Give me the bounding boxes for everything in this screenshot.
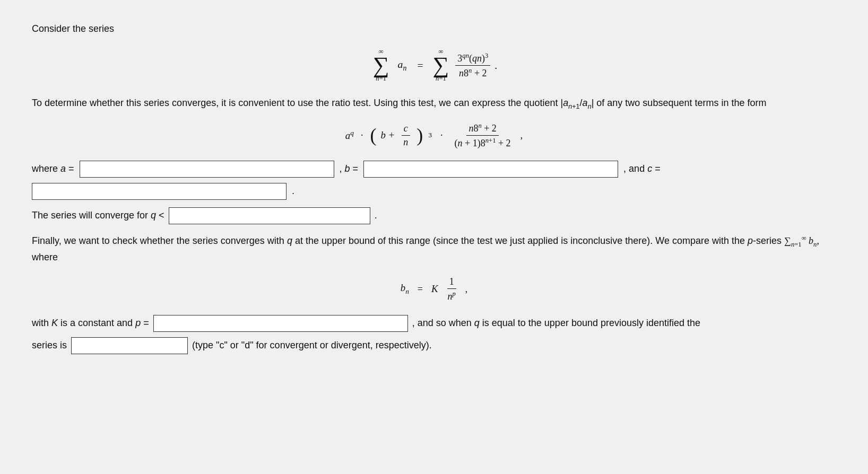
type-hint: (type "c" or "d" for convergent or diver…	[192, 340, 432, 351]
series-is-label: series is	[32, 340, 67, 351]
with-line: with K is a constant and p = , and so wh…	[32, 315, 836, 332]
series-type-input[interactable]	[71, 337, 188, 354]
dot2: ·	[440, 130, 443, 141]
right-sigma: ∞ ∑ n=1	[433, 48, 449, 83]
converge-label: The series will converge for q <	[32, 210, 164, 221]
p-input[interactable]	[153, 315, 408, 332]
where-a-label: where a =	[32, 163, 74, 174]
dot1: ·	[361, 130, 363, 141]
close-paren: )	[416, 126, 423, 145]
n-fraction: n8n + 2 (n + 1)8n+1 + 2	[453, 122, 513, 149]
b-term: b +	[380, 129, 395, 141]
b-input[interactable]	[363, 161, 618, 178]
and-so-label: , and so when q is equal to the upper bo…	[412, 318, 700, 329]
period-1: .	[494, 59, 497, 72]
K-constant: K	[431, 283, 438, 295]
c-input[interactable]	[32, 183, 287, 200]
period-2: .	[292, 186, 294, 197]
series-fraction: 3qn(qn)3 n8n + 2	[455, 52, 490, 79]
one-over-np: 1 np	[446, 276, 458, 302]
period-3: .	[375, 210, 377, 221]
q-bound-input[interactable]	[169, 207, 370, 224]
b-label: , b =	[340, 163, 359, 174]
c-over-n: c n	[401, 123, 410, 148]
cube-exp: 3	[428, 131, 432, 139]
a-to-q: aq	[345, 129, 354, 142]
series-eq-row: ∞ ∑ n=1 an = ∞ ∑ n=1 3qn(qn)3 n8n + 2 .	[371, 48, 497, 83]
paragraph1: To determine whether this series converg…	[32, 95, 836, 112]
a-sub-n: an	[398, 58, 407, 73]
converge-line: The series will converge for q < .	[32, 207, 836, 224]
where-line: where a = , b = , and c = .	[32, 161, 836, 200]
page: Consider the series ∞ ∑ n=1 an = ∞ ∑ n=1…	[21, 16, 847, 365]
ratio-formula-block: aq · ( b + c n ) 3 · n8n + 2 (n + 1)8n+1…	[32, 122, 836, 149]
left-sigma: ∞ ∑ n=1	[373, 48, 389, 83]
equals-bn: =	[418, 284, 423, 295]
comma-ratio: ,	[520, 130, 523, 141]
comma-bn: ,	[465, 284, 468, 295]
series-line: series is (type "c" or "d" for convergen…	[32, 337, 836, 354]
a-input[interactable]	[80, 161, 334, 178]
open-paren: (	[370, 126, 376, 145]
and-c-label: , and c =	[623, 163, 661, 174]
title-text: Consider the series	[32, 21, 836, 37]
paragraph2: Finally, we want to check whether the se…	[32, 233, 836, 266]
with-k-label: with K is a constant and p =	[32, 318, 149, 329]
bn-formula-block: bn = K 1 np ,	[32, 276, 836, 302]
bn-lhs: bn	[401, 282, 409, 296]
main-series-formula: ∞ ∑ n=1 an = ∞ ∑ n=1 3qn(qn)3 n8n + 2 .	[32, 48, 836, 83]
equals-sign: =	[417, 59, 423, 72]
